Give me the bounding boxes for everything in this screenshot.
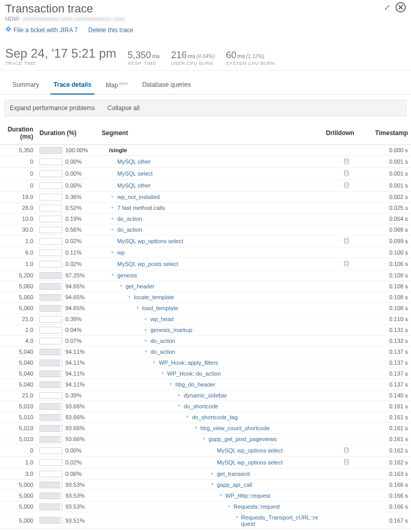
row-segment: ▾Requests::request	[99, 501, 323, 512]
segment-name[interactable]: MySQL wp_options select	[217, 447, 283, 454]
col-drilldown[interactable]: Drilldown	[323, 122, 369, 145]
segment-name[interactable]: do_action	[117, 216, 142, 222]
chevron-down-icon[interactable]: ▾	[210, 482, 215, 487]
row-duration: 4.0	[0, 336, 36, 347]
chevron-down-icon[interactable]: ▾	[160, 370, 165, 376]
chevron-down-icon[interactable]: ▾	[110, 272, 115, 277]
row-drilldown	[323, 379, 369, 390]
segment-name[interactable]: MySQL wp_options select	[217, 459, 283, 466]
chevron-down-icon[interactable]: ▾	[193, 425, 198, 430]
segment-name[interactable]: MySQL wp_options select	[117, 238, 183, 244]
segment-name[interactable]: do_shortcode_tag	[192, 414, 238, 420]
segment-name[interactable]: gapp_get_post_pageviews	[209, 436, 277, 442]
col-segment[interactable]: Segment	[99, 122, 323, 145]
collapse-all-button[interactable]: Collapse all	[107, 104, 140, 112]
segment-name[interactable]: MySQL select	[117, 170, 153, 177]
expand-window-icon[interactable]: ⤢	[384, 3, 390, 11]
chevron-down-icon[interactable]: ▾	[235, 514, 239, 520]
segment-name[interactable]: get_header	[126, 283, 155, 289]
segment-name[interactable]: MySQL wp_posts select	[117, 261, 179, 267]
chevron-right-icon[interactable]: ▸	[143, 327, 148, 332]
col-duration-pct[interactable]: Duration (%)	[36, 122, 99, 145]
chevron-down-icon[interactable]: ▾	[185, 414, 190, 419]
tab-database-queries[interactable]: Database queries	[135, 76, 198, 94]
segment-name[interactable]: locate_template	[134, 294, 174, 300]
chevron-right-icon[interactable]: ▸	[210, 471, 215, 476]
trace-time-value: Sep 24, '17 5:21 pm	[5, 46, 116, 60]
chevron-down-icon[interactable]: ▾	[118, 283, 124, 288]
file-jira-ticket[interactable]: File a ticket with JIRA 7	[5, 26, 78, 34]
expand-problems-button[interactable]: Expand performance problems	[10, 104, 95, 112]
chevron-right-icon[interactable]: ▸	[143, 338, 148, 343]
segment-name[interactable]: Requests_Transport_cURL::request	[241, 514, 320, 527]
segment-name[interactable]: wp_not_installed	[117, 194, 160, 200]
row-drilldown[interactable]	[323, 235, 369, 247]
row-drilldown[interactable]	[323, 168, 369, 180]
database-icon[interactable]	[343, 183, 350, 190]
row-segment: MySQL wp_options select	[99, 445, 323, 457]
row-drilldown[interactable]	[323, 457, 369, 469]
segment-name[interactable]: WP_Hook::do_action	[167, 370, 221, 377]
database-icon[interactable]	[343, 448, 350, 455]
chevron-right-icon[interactable]: ▸	[176, 392, 182, 397]
row-drilldown[interactable]	[323, 445, 369, 457]
segment-name[interactable]: /single	[109, 147, 127, 153]
chevron-right-icon[interactable]: ▸	[110, 194, 115, 199]
segment-name[interactable]: WP_Hook::apply_filters	[159, 360, 218, 366]
chevron-right-icon[interactable]: ▸	[110, 227, 115, 232]
row-segment: MySQL wp_options select	[99, 235, 323, 247]
row-drilldown[interactable]	[323, 258, 369, 270]
row-duration: 5,000	[0, 501, 36, 512]
row-segment: ▾genesis	[99, 270, 323, 281]
row-drilldown[interactable]	[323, 180, 369, 192]
segment-name[interactable]: dynamic_sidebar	[184, 392, 227, 398]
chevron-down-icon[interactable]: ▾	[168, 381, 173, 387]
tab-summary[interactable]: Summary	[5, 76, 46, 94]
tab-trace-details[interactable]: Trace details	[46, 76, 99, 94]
chevron-right-icon[interactable]: ▸	[143, 316, 148, 321]
segment-name[interactable]: get_transient	[217, 471, 250, 477]
col-duration[interactable]: Duration (ms)	[0, 122, 36, 145]
segment-name[interactable]: load_template	[142, 305, 178, 311]
chevron-down-icon[interactable]: ▾	[226, 503, 231, 509]
chevron-right-icon[interactable]: ▸	[110, 216, 115, 221]
segment-name[interactable]: wp_head	[150, 316, 174, 322]
segment-name[interactable]: MySQL other	[117, 182, 150, 189]
chevron-down-icon[interactable]: ▾	[176, 403, 182, 408]
segment-name[interactable]: do_action	[150, 349, 175, 355]
database-icon[interactable]	[343, 159, 350, 166]
database-icon[interactable]	[343, 171, 350, 178]
row-segment: MySQL select	[99, 168, 323, 180]
segment-name[interactable]: Requests::request	[234, 503, 280, 510]
chevron-down-icon[interactable]: ▾	[127, 294, 132, 299]
close-icon[interactable]	[395, 2, 406, 12]
segment-name[interactable]: hbg_view_count_shortcode	[200, 425, 270, 431]
col-timestamp[interactable]: Timestamp	[369, 122, 411, 145]
chevron-down-icon[interactable]: ▾	[218, 493, 223, 498]
database-icon[interactable]	[343, 239, 350, 245]
segment-name[interactable]: do_action	[150, 338, 175, 344]
chevron-down-icon[interactable]: ▾	[201, 436, 207, 441]
row-drilldown[interactable]	[323, 156, 369, 168]
chevron-down-icon[interactable]: ▾	[143, 349, 148, 354]
segment-name[interactable]: 7 fast method calls	[117, 205, 165, 211]
database-icon[interactable]	[343, 460, 350, 467]
segment-name[interactable]: MySQL other	[117, 158, 150, 165]
segment-name[interactable]: gapp_api_call	[217, 482, 252, 488]
chevron-right-icon[interactable]: ▸	[110, 249, 115, 255]
chevron-right-icon[interactable]: ▸	[110, 205, 115, 210]
segment-name[interactable]: genesis	[117, 272, 137, 278]
delete-trace[interactable]: Delete this trace	[88, 26, 133, 34]
chevron-down-icon[interactable]: ▾	[152, 360, 157, 365]
segment-name[interactable]: do_action	[117, 227, 142, 233]
tab-map[interactable]: MapBeta	[99, 76, 135, 94]
segment-name[interactable]: wp	[117, 249, 125, 256]
segment-name[interactable]: genesis_markup	[150, 327, 193, 333]
database-icon[interactable]	[343, 262, 350, 268]
row-drilldown	[323, 224, 369, 235]
chevron-down-icon[interactable]: ▾	[135, 305, 140, 310]
segment-name[interactable]: do_shortcode	[184, 403, 218, 409]
segment-name[interactable]: hbg_do_header	[175, 381, 215, 388]
row-duration: 1.0	[0, 457, 36, 469]
segment-name[interactable]: WP_Http::request	[225, 493, 270, 499]
